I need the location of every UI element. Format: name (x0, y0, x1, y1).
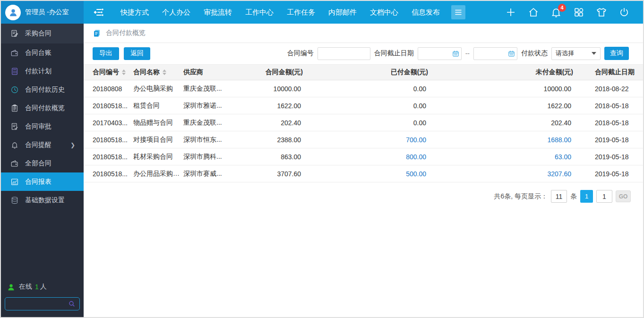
nav-item-工作中心[interactable]: 工作中心 (239, 1, 280, 24)
cell-deadline: 2018-05-18 (573, 102, 643, 110)
page-size-input[interactable] (551, 190, 567, 203)
nav-item-个人办公[interactable]: 个人办公 (155, 1, 197, 24)
column-header[interactable]: 合同编号 (93, 68, 133, 77)
cell-contract-name: 物品赠与合同 (133, 119, 183, 127)
cell-unpaid[interactable]: 63.00 (428, 153, 573, 161)
go-button[interactable]: GO (616, 190, 631, 202)
column-header[interactable]: 合同名称 (133, 68, 183, 77)
calculator-icon (10, 67, 19, 76)
user-block[interactable]: 管理员 -办公室 (1, 1, 84, 24)
sidebar: 采购合同 合同台账 付款计划 合同付款历史 合同付款概览 合同审批 合同提醒 ❯… (1, 24, 84, 317)
deadline-from-box (418, 47, 462, 60)
table-body: 20180808 办公电脑采购 重庆金茂联... 10000.00 0.00 1… (84, 80, 643, 182)
nav-item-快捷方式[interactable]: 快捷方式 (114, 1, 155, 24)
cell-supplier: 重庆金茂联... (183, 85, 238, 93)
payment-status-label: 付款状态 (521, 49, 548, 58)
goto-page-input[interactable] (596, 190, 612, 203)
table-row[interactable]: 20180518... 办公用品采购合同 深圳市赛威... 3707.60 50… (84, 165, 643, 182)
power-icon[interactable] (618, 7, 630, 18)
deadline-from-input[interactable] (418, 47, 462, 60)
cell-supplier: 重庆金茂联... (183, 119, 238, 127)
wallet-icon (10, 159, 19, 168)
nav-item-文档中心[interactable]: 文档中心 (363, 1, 405, 24)
column-header: 合同金额(元) (238, 68, 303, 77)
current-page-button[interactable]: 1 (580, 190, 593, 203)
column-header: 供应商 (183, 68, 238, 77)
cell-paid[interactable]: 500.00 (303, 170, 428, 178)
cell-unpaid: 10000.00 (428, 85, 573, 93)
sidebar-item[interactable]: 付款计划 (1, 62, 84, 80)
online-unit: 人 (40, 283, 47, 291)
cell-paid[interactable]: 800.00 (303, 153, 428, 161)
title-bar: 合同付款概览 (84, 24, 643, 43)
export-button[interactable]: 导出 (93, 47, 119, 60)
nav-item-审批流转[interactable]: 审批流转 (197, 1, 239, 24)
cell-deadline: 2019-05-18 (573, 136, 643, 144)
bell-icon[interactable]: 4 (550, 7, 562, 18)
sidebar-item[interactable]: 合同审批 (1, 117, 84, 136)
cell-contract-no: 20170403... (93, 119, 133, 127)
sidebar-item[interactable]: 基础数据设置 (1, 191, 84, 209)
cell-deadline: 2018-05-18 (573, 119, 643, 127)
cell-unpaid[interactable]: 3207.60 (428, 170, 573, 178)
filter-bar: 合同编号 合同截止日期 -- (287, 47, 629, 60)
sort-icon[interactable] (122, 69, 126, 75)
cell-contract-no: 20180518... (93, 102, 133, 110)
cell-contract-no: 20180518... (93, 136, 133, 144)
cell-unpaid[interactable]: 1688.00 (428, 136, 573, 144)
document-icon (93, 29, 101, 37)
apps-icon[interactable] (573, 7, 584, 18)
nav-item-工作任务[interactable]: 工作任务 (280, 1, 322, 24)
contract-no-input[interactable] (318, 47, 370, 60)
nav-item-内部邮件[interactable]: 内部邮件 (322, 1, 363, 24)
back-button[interactable]: 返回 (124, 47, 150, 60)
cell-paid: 0.00 (303, 119, 428, 127)
sidebar-item[interactable]: 合同台账 (1, 43, 84, 62)
sidebar-search-input[interactable] (9, 301, 68, 308)
table-row[interactable]: 20180518... 耗材采购合同 深圳市腾科... 863.00 800.0… (84, 148, 643, 165)
column-header: 未付金额(元) (428, 68, 573, 77)
cell-amount: 10000.00 (238, 85, 303, 93)
sort-icon[interactable] (163, 69, 166, 75)
cell-contract-name: 租赁合同 (133, 102, 183, 110)
contract-no-label: 合同编号 (287, 49, 314, 58)
page-size-unit: 条 (570, 192, 577, 201)
sidebar-item[interactable]: 采购合同 (1, 24, 84, 43)
top-header: 管理员 -办公室 快捷方式个人办公审批流转工作中心工作任务内部邮件文档中心信息发… (1, 1, 643, 24)
sidebar-item[interactable]: 全部合同 (1, 154, 84, 172)
payment-status-select[interactable]: 请选择 (551, 47, 601, 60)
sidebar-item[interactable]: 合同报表 (1, 172, 84, 191)
payment-status-value: 请选择 (556, 49, 574, 58)
cell-amount: 863.00 (238, 153, 303, 161)
collapse-menu-icon[interactable] (90, 4, 106, 20)
more-menu-icon[interactable] (451, 5, 465, 19)
table-row[interactable]: 20180518... 对接项目合同 深圳市恒东... 2388.00 700.… (84, 131, 643, 148)
home-icon[interactable] (527, 7, 539, 18)
deadline-to-input[interactable] (473, 47, 517, 60)
sidebar-item[interactable]: 合同提醒 ❯ (1, 136, 84, 154)
nav-items: 快捷方式个人办公审批流转工作中心工作任务内部邮件文档中心信息发布 (114, 1, 447, 24)
clock-icon (10, 85, 19, 95)
sidebar-search-box (5, 297, 80, 310)
sidebar-item[interactable]: 合同付款概览 (1, 99, 84, 117)
nav-item-信息发布[interactable]: 信息发布 (405, 1, 447, 24)
pagination-summary: 共6条, 每页显示： (494, 192, 548, 201)
table-row[interactable]: 20180808 办公电脑采购 重庆金茂联... 10000.00 0.00 1… (84, 80, 643, 97)
wallet-icon (10, 48, 19, 58)
cell-amount: 1622.00 (238, 102, 303, 110)
main-content: 合同付款概览 导出 返回 合同编号 合同截止日期 -- (84, 24, 643, 317)
cell-deadline: 2018-08-22 (573, 85, 643, 93)
cell-supplier: 深圳市恒东... (183, 136, 238, 144)
search-button[interactable]: 查询 (604, 47, 629, 60)
sidebar-item[interactable]: 合同付款历史 (1, 80, 84, 99)
online-status: 在线 1 人 (1, 283, 84, 291)
table-row[interactable]: 20180518... 租赁合同 深圳市雅诺... 1622.00 0.00 1… (84, 97, 643, 114)
table-row[interactable]: 20170403... 物品赠与合同 重庆金茂联... 202.40 0.00 … (84, 114, 643, 131)
header-icons: 4 (505, 7, 643, 18)
cell-paid[interactable]: 700.00 (303, 136, 428, 144)
cell-amount: 3707.60 (238, 170, 303, 178)
online-label: 在线 (19, 283, 32, 291)
cell-supplier: 深圳市赛威... (183, 170, 238, 178)
plus-icon[interactable] (505, 7, 516, 18)
shirt-icon[interactable] (595, 7, 607, 18)
